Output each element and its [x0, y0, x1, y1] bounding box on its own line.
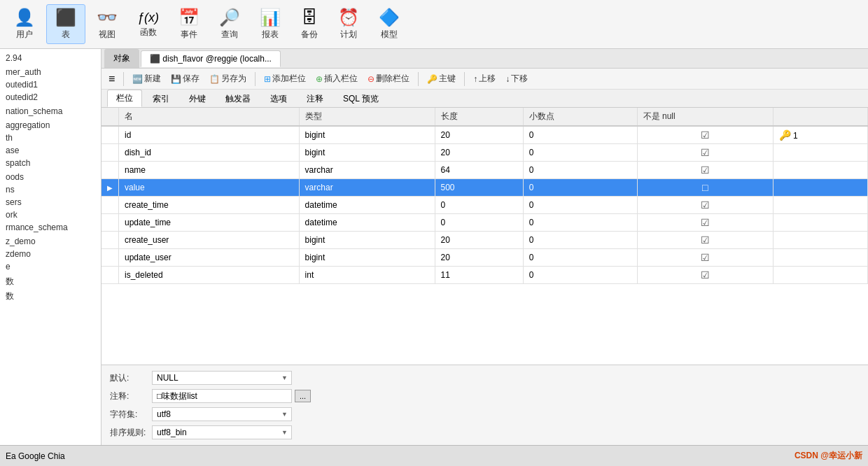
row-notnull[interactable]: [637, 232, 773, 249]
row-length[interactable]: 20: [435, 144, 523, 162]
toolbar-view[interactable]: 👓 视图: [88, 5, 126, 43]
sidebar-item[interactable]: z_demo: [0, 235, 101, 248]
row-length[interactable]: 500: [435, 179, 523, 197]
hamburger-menu[interactable]: ≡: [106, 71, 118, 87]
sub-tab-indexes[interactable]: 索引: [144, 90, 178, 107]
table-row[interactable]: create_user bigint 20 0: [102, 232, 868, 249]
row-notnull[interactable]: [637, 197, 773, 214]
row-type[interactable]: bigint: [299, 126, 435, 144]
table-row[interactable]: name varchar 64 0: [102, 162, 868, 179]
row-notnull[interactable]: [637, 126, 773, 144]
row-decimal[interactable]: 0: [523, 179, 637, 197]
row-decimal[interactable]: 0: [523, 249, 637, 267]
sidebar-item[interactable]: 数: [0, 289, 101, 304]
tab-dish-flavor[interactable]: ⬛ dish_flavor @reggie (localh...: [141, 50, 281, 67]
sidebar-item[interactable]: 数: [0, 274, 101, 289]
primary-key-button[interactable]: 🔑 主键: [424, 71, 458, 86]
row-length[interactable]: 20: [435, 126, 523, 144]
row-name[interactable]: create_user: [119, 232, 300, 249]
sidebar-item[interactable]: ns: [0, 183, 101, 196]
sub-tab-sql-preview[interactable]: SQL 预览: [334, 90, 388, 107]
sidebar-item[interactable]: ase: [0, 144, 101, 157]
sidebar-item[interactable]: outedid1: [0, 78, 101, 91]
row-type[interactable]: bigint: [299, 144, 435, 162]
row-name[interactable]: is_deleted: [119, 267, 300, 284]
sidebar-item[interactable]: rmance_schema: [0, 221, 101, 234]
toolbar-report[interactable]: 📊 报表: [251, 5, 289, 43]
sidebar-item[interactable]: outedid2: [0, 91, 101, 104]
row-notnull[interactable]: □: [637, 179, 773, 197]
row-notnull[interactable]: [637, 144, 773, 162]
sidebar-item[interactable]: 2.94: [0, 52, 101, 64]
row-notnull[interactable]: [637, 249, 773, 267]
table-row[interactable]: dish_id bigint 20 0: [102, 144, 868, 162]
collation-select[interactable]: utf8_bin: [152, 425, 292, 439]
sidebar-item[interactable]: [0, 304, 101, 305]
row-length[interactable]: 20: [435, 232, 523, 249]
row-decimal[interactable]: 0: [523, 232, 637, 249]
toolbar-function[interactable]: ƒ(x) 函数: [129, 8, 167, 41]
row-decimal[interactable]: 0: [523, 126, 637, 144]
sub-tab-comments[interactable]: 注释: [298, 90, 332, 107]
row-notnull[interactable]: [637, 214, 773, 232]
row-decimal[interactable]: 0: [523, 197, 637, 214]
comment-edit-button[interactable]: ...: [295, 390, 311, 402]
toolbar-model[interactable]: 🔷 模型: [370, 5, 408, 43]
row-length[interactable]: 64: [435, 162, 523, 179]
sub-tab-columns[interactable]: 栏位: [107, 90, 142, 107]
charset-select[interactable]: utf8: [152, 407, 292, 421]
save-as-button[interactable]: 📋 另存为: [206, 71, 249, 86]
row-length[interactable]: 0: [435, 214, 523, 232]
row-length[interactable]: 11: [435, 267, 523, 284]
row-name[interactable]: update_time: [119, 214, 300, 232]
sub-tab-triggers[interactable]: 触发器: [216, 90, 260, 107]
add-col-button[interactable]: ⊞ 添加栏位: [261, 71, 309, 86]
row-length[interactable]: 0: [435, 197, 523, 214]
sub-tab-foreign-keys[interactable]: 外键: [180, 90, 215, 107]
insert-col-button[interactable]: ⊕ 插入栏位: [313, 71, 360, 86]
sidebar-item[interactable]: oods: [0, 171, 101, 183]
default-select[interactable]: NULL: [152, 371, 292, 385]
row-type[interactable]: int: [299, 267, 435, 284]
row-length[interactable]: 20: [435, 249, 523, 267]
table-row[interactable]: id bigint 20 0 🔑 1: [102, 126, 868, 144]
row-notnull[interactable]: [637, 267, 773, 284]
new-button[interactable]: 🆕 新建: [130, 71, 164, 86]
toolbar-event[interactable]: 📅 事件: [170, 5, 208, 43]
row-type[interactable]: datetime: [299, 214, 435, 232]
table-row[interactable]: update_user bigint 20 0: [102, 249, 868, 267]
row-type[interactable]: varchar: [299, 179, 435, 197]
table-row[interactable]: create_time datetime 0 0: [102, 197, 868, 214]
row-type[interactable]: varchar: [299, 162, 435, 179]
sidebar-item[interactable]: nation_schema: [0, 105, 101, 118]
toolbar-query[interactable]: 🔎 查询: [211, 5, 248, 43]
move-down-button[interactable]: ↓ 下移: [503, 71, 531, 86]
row-type[interactable]: bigint: [299, 232, 435, 249]
move-up-button[interactable]: ↑ 上移: [470, 71, 498, 86]
sidebar-item[interactable]: sers: [0, 196, 101, 209]
row-decimal[interactable]: 0: [523, 144, 637, 162]
table-row[interactable]: update_time datetime 0 0: [102, 214, 868, 232]
row-name[interactable]: id: [119, 126, 300, 144]
row-decimal[interactable]: 0: [523, 267, 637, 284]
delete-col-button[interactable]: ⊖ 删除栏位: [365, 71, 412, 86]
row-name[interactable]: value: [119, 179, 300, 197]
sub-tab-options[interactable]: 选项: [261, 90, 296, 107]
row-name[interactable]: dish_id: [119, 144, 300, 162]
row-name[interactable]: name: [119, 162, 300, 179]
sidebar-item[interactable]: ork: [0, 209, 101, 221]
sidebar-item[interactable]: aggregation: [0, 119, 101, 132]
row-decimal[interactable]: 0: [523, 214, 637, 232]
table-row[interactable]: is_deleted int 11 0: [102, 267, 868, 284]
sidebar-item[interactable]: zdemo: [0, 248, 101, 260]
row-name[interactable]: update_user: [119, 249, 300, 267]
tab-object[interactable]: 对象: [104, 49, 139, 68]
row-decimal[interactable]: 0: [523, 162, 637, 179]
toolbar-backup[interactable]: 🗄 备份: [292, 5, 327, 43]
row-notnull[interactable]: [637, 162, 773, 179]
toolbar-table[interactable]: ⬛ 表: [46, 4, 85, 44]
comment-input[interactable]: [152, 389, 292, 403]
row-type[interactable]: bigint: [299, 249, 435, 267]
sidebar-item[interactable]: spatch: [0, 157, 101, 169]
sidebar-item[interactable]: e: [0, 260, 101, 273]
